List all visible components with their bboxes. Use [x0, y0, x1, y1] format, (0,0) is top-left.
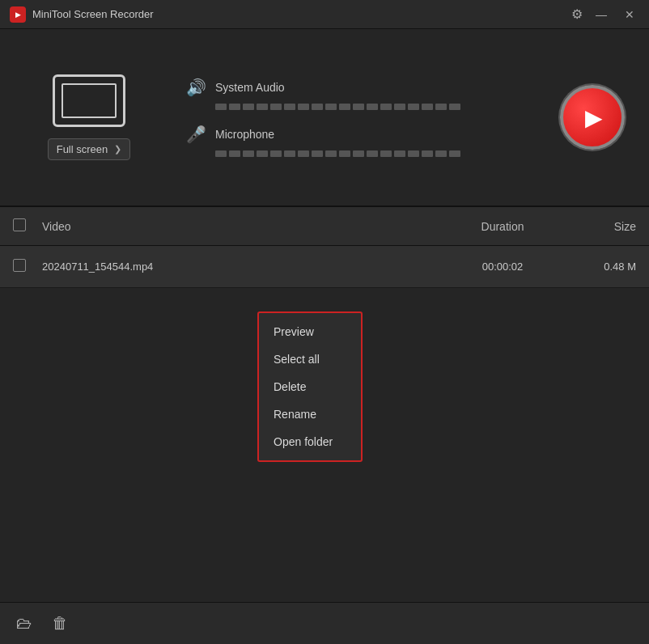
system-audio-row: 🔊 System Audio: [186, 78, 528, 110]
screen-capture-area: Full screen ❯: [24, 74, 154, 160]
select-all-checkbox[interactable]: [13, 218, 26, 231]
header-size: Size: [555, 220, 636, 233]
play-icon: ▶: [585, 104, 603, 131]
audio-controls: 🔊 System Audio 🎤 Microphone: [186, 78, 528, 157]
table-header: Video Duration Size: [0, 207, 649, 246]
row-filename: 20240711_154544.mp4: [42, 261, 450, 273]
dropdown-label: Full screen: [57, 143, 108, 155]
row-checkbox-col: [13, 259, 42, 275]
close-button[interactable]: ✕: [620, 6, 639, 23]
record-button[interactable]: ▶: [560, 85, 625, 150]
app-logo: [10, 6, 26, 23]
app-window: MiniTool Screen Recorder ⚙ — ✕ Full scre…: [0, 0, 649, 644]
context-menu-item[interactable]: Open folder: [259, 428, 361, 455]
header-video: Video: [42, 220, 450, 233]
open-folder-button[interactable]: 🗁: [13, 611, 36, 636]
context-menu: PreviewSelect allDeleteRenameOpen folder: [257, 311, 363, 462]
row-checkbox[interactable]: [13, 259, 26, 272]
header-checkbox-col: [13, 218, 42, 235]
table-row[interactable]: 20240711_154544.mp4 00:00:02 0.48 M: [0, 246, 649, 288]
context-menu-item[interactable]: Rename: [259, 400, 361, 428]
screen-icon: [53, 74, 125, 127]
header-duration: Duration: [450, 220, 555, 233]
app-title: MiniTool Screen Recorder: [32, 8, 571, 20]
microphone-label: Microphone: [215, 128, 274, 141]
microphone-meter: [215, 150, 528, 157]
bottom-toolbar: 🗁 🗑: [0, 602, 649, 644]
minimize-button[interactable]: —: [591, 6, 612, 23]
row-duration: 00:00:02: [450, 261, 555, 273]
context-menu-item[interactable]: Preview: [259, 318, 361, 345]
window-controls: ⚙ — ✕: [571, 6, 639, 23]
context-menu-item[interactable]: Select all: [259, 345, 361, 373]
microphone-icon: 🎤: [186, 125, 206, 144]
microphone-row: 🎤 Microphone: [186, 125, 528, 157]
recording-controls: Full screen ❯ 🔊 System Audio 🎤 Microphon…: [0, 29, 649, 207]
system-audio-meter: [215, 104, 528, 110]
fullscreen-dropdown[interactable]: Full screen ❯: [48, 138, 131, 160]
title-bar: MiniTool Screen Recorder ⚙ — ✕: [0, 0, 649, 29]
settings-icon[interactable]: ⚙: [571, 6, 583, 22]
chevron-down-icon: ❯: [114, 144, 121, 155]
delete-button[interactable]: 🗑: [49, 611, 71, 636]
context-menu-item[interactable]: Delete: [259, 373, 361, 400]
speaker-icon: 🔊: [186, 78, 206, 97]
row-size: 0.48 M: [555, 261, 636, 273]
system-audio-label: System Audio: [215, 81, 285, 94]
